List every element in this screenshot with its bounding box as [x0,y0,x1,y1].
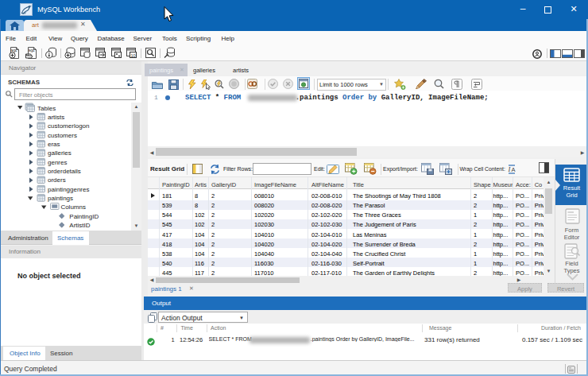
svg-text:orderdetails: orderdetails [48,168,81,175]
svg-text:Tables: Tables [37,105,56,112]
svg-text:customers: customers [48,132,77,139]
svg-text:orders: orders [48,176,66,184]
svg-text:paintings: paintings [48,195,73,202]
svg-text:customerlogon: customerlogon [48,122,89,130]
svg-text:Columns: Columns [60,204,86,211]
svg-text:SQL: SQL [11,49,17,52]
svg-text:PaintingID: PaintingID [69,213,99,220]
svg-text:paintinggenres: paintinggenres [48,186,89,193]
svg-text:genres: genres [48,159,67,166]
svg-text:SQL: SQL [29,49,35,52]
svg-text:eras: eras [48,141,60,148]
svg-text:10: 10 [131,53,136,58]
svg-text:artists: artists [48,114,64,121]
svg-text:ArtistID: ArtistID [69,222,90,229]
svg-text:galleries: galleries [48,149,72,157]
svg-text:A: A [512,166,516,173]
